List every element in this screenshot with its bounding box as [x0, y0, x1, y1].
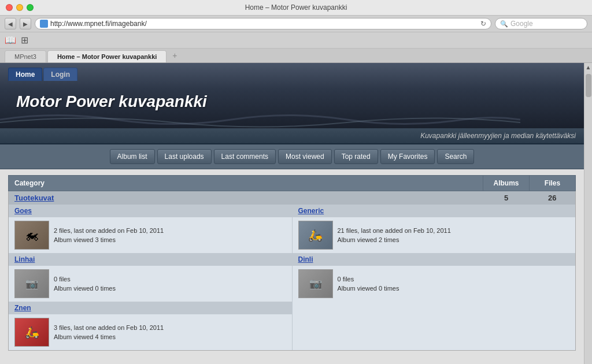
site-header: Home Login Motor Power kuvapankki	[0, 63, 584, 128]
bookmarks-icon[interactable]: 📖	[5, 35, 16, 46]
menu-last-uploads[interactable]: Last uploads	[157, 149, 212, 164]
album-info-line2: Album viewed 0 times	[338, 284, 399, 294]
files-count: 26	[530, 191, 576, 205]
menu-search[interactable]: Search	[437, 149, 474, 164]
album-name-znen: Znen	[9, 302, 292, 314]
table-row: Linhai 0 files Album viewed 0 times	[9, 253, 576, 302]
album-info-line2: Album viewed 3 times	[54, 235, 164, 245]
album-detail-dinli: 0 files Album viewed 0 times	[293, 266, 576, 302]
menu-last-comments[interactable]: Last comments	[214, 149, 276, 164]
title-bar: Home – Motor Power kuvapankki	[0, 0, 592, 16]
menu-most-viewed[interactable]: Most viewed	[278, 149, 332, 164]
maximize-button[interactable]	[27, 4, 34, 11]
site-title: Motor Power kuvapankki	[16, 92, 568, 111]
album-info-line1: 0 files	[338, 274, 399, 284]
category-link-tuotekuvat[interactable]: Tuotekuvat	[14, 194, 54, 202]
category-table: Category Albums Files Tuotekuvat 5 26	[8, 175, 576, 351]
table-row: Goes 2 files, last one added on Feb 10, …	[9, 205, 576, 253]
album-name-goes: Goes	[9, 205, 292, 217]
traffic-lights	[6, 4, 34, 11]
table-row: Znen 3 files, last one added on Feb 10, …	[9, 302, 576, 351]
nav-login-button[interactable]: Login	[43, 68, 77, 81]
col-albums: Albums	[483, 176, 530, 191]
album-info-linhai: 0 files Album viewed 0 times	[54, 274, 116, 294]
album-generic: Generic 21 files, last one added on Feb …	[292, 205, 575, 253]
browser-window: Home – Motor Power kuvapankki ◀ ▶ http:/…	[0, 0, 592, 364]
url-text: http://www.mpnet.fi/imagebank/	[50, 20, 478, 28]
search-placeholder: Google	[510, 20, 533, 28]
search-icon: 🔍	[500, 20, 508, 28]
main-content: ▲ ▼ Home Login Motor Power kuvapankki	[0, 63, 592, 364]
vertical-scrollbar[interactable]: ▲ ▼	[584, 63, 592, 364]
album-name-dinli: Dinli	[293, 253, 576, 266]
album-info-dinli: 0 files Album viewed 0 times	[338, 274, 399, 294]
album-link-generic[interactable]: Generic	[298, 207, 324, 215]
album-info-line1: 21 files, last one added on Feb 10, 2011	[338, 226, 451, 236]
scroll-thumb[interactable]	[586, 74, 591, 97]
album-goes: Goes 2 files, last one added on Feb 10, …	[9, 205, 292, 253]
album-info-line1: 3 files, last one added on Feb 10, 2011	[54, 323, 164, 333]
album-linhai: Linhai 0 files Album viewed 0 times	[9, 253, 292, 302]
album-detail-linhai: 0 files Album viewed 0 times	[9, 266, 292, 302]
album-info-znen: 3 files, last one added on Feb 10, 2011 …	[54, 323, 164, 342]
close-button[interactable]	[6, 4, 13, 11]
album-info-generic: 21 files, last one added on Feb 10, 2011…	[338, 226, 451, 245]
album-thumb-linhai[interactable]	[14, 269, 49, 298]
browser-search-bar[interactable]: 🔍 Google	[495, 18, 587, 29]
album-info-line1: 0 files	[54, 274, 116, 284]
album-link-dinli[interactable]: Dinli	[298, 255, 313, 263]
nav-menu: Album list Last uploads Last comments Mo…	[0, 144, 584, 169]
menu-top-rated[interactable]: Top rated	[334, 149, 378, 164]
col-category: Category	[9, 176, 483, 191]
album-name-generic: Generic	[293, 205, 576, 217]
album-info-line1: 2 files, last one added on Feb 10, 2011	[54, 226, 164, 236]
album-info-line2: Album viewed 4 times	[54, 332, 164, 342]
address-bar[interactable]: http://www.mpnet.fi/imagebank/ ↻	[35, 18, 491, 29]
album-link-goes[interactable]: Goes	[14, 207, 32, 215]
album-znen: Znen 3 files, last one added on Feb 10, …	[9, 302, 292, 350]
back-button[interactable]: ◀	[5, 18, 16, 29]
album-detail-generic: 21 files, last one added on Feb 10, 2011…	[293, 217, 576, 253]
album-empty-slot	[292, 302, 575, 350]
tabs-bar: MPnet3 Home – Motor Power kuvapankki +	[0, 49, 592, 63]
album-name-linhai: Linhai	[9, 253, 292, 266]
tab-home[interactable]: Home – Motor Power kuvapankki	[47, 50, 166, 62]
swirl-decoration	[0, 111, 520, 128]
nav-bar: ◀ ▶ http://www.mpnet.fi/imagebank/ ↻ 🔍 G…	[0, 16, 592, 32]
table-row: Tuotekuvat 5 26	[9, 191, 576, 205]
grid-icon[interactable]: ⊞	[21, 35, 28, 46]
albums-count: 5	[483, 191, 530, 205]
album-dinli: Dinli 0 files Album viewed 0 times	[292, 253, 575, 302]
forward-button[interactable]: ▶	[20, 18, 31, 29]
album-detail-goes: 2 files, last one added on Feb 10, 2011 …	[9, 217, 292, 253]
album-link-linhai[interactable]: Linhai	[14, 255, 35, 263]
tab-add-button[interactable]: +	[168, 49, 182, 62]
scroll-up-arrow[interactable]: ▲	[584, 63, 592, 72]
site-nav: Home Login	[8, 63, 576, 81]
album-thumb-generic[interactable]	[298, 221, 333, 250]
content-area: Category Albums Files Tuotekuvat 5 26	[0, 169, 584, 356]
album-link-znen[interactable]: Znen	[14, 304, 31, 312]
menu-my-favorites[interactable]: My Favorites	[380, 149, 435, 164]
album-info-line2: Album viewed 0 times	[54, 284, 116, 294]
album-detail-znen: 3 files, last one added on Feb 10, 2011 …	[9, 314, 292, 350]
album-info-goes: 2 files, last one added on Feb 10, 2011 …	[54, 226, 164, 245]
menu-album-list[interactable]: Album list	[110, 149, 155, 164]
site-subtitle: Kuvapankki jälleenmyyjien ja median käyt…	[0, 128, 584, 144]
album-thumb-dinli[interactable]	[298, 269, 333, 298]
album-info-line2: Album viewed 2 times	[338, 235, 451, 245]
minimize-button[interactable]	[16, 4, 23, 11]
nav-home-button[interactable]: Home	[8, 68, 42, 81]
album-thumb-goes[interactable]	[14, 221, 49, 250]
album-thumb-znen[interactable]	[14, 318, 49, 347]
window-title: Home – Motor Power kuvapankki	[245, 3, 347, 12]
subtitle-text: Kuvapankki jälleenmyyjien ja median käyt…	[420, 132, 576, 140]
favicon	[40, 20, 48, 28]
reload-button[interactable]: ↻	[480, 20, 486, 28]
tab-mpnet3[interactable]: MPnet3	[5, 50, 46, 62]
toolbar-row: 📖 ⊞	[0, 32, 592, 49]
col-files: Files	[530, 176, 576, 191]
